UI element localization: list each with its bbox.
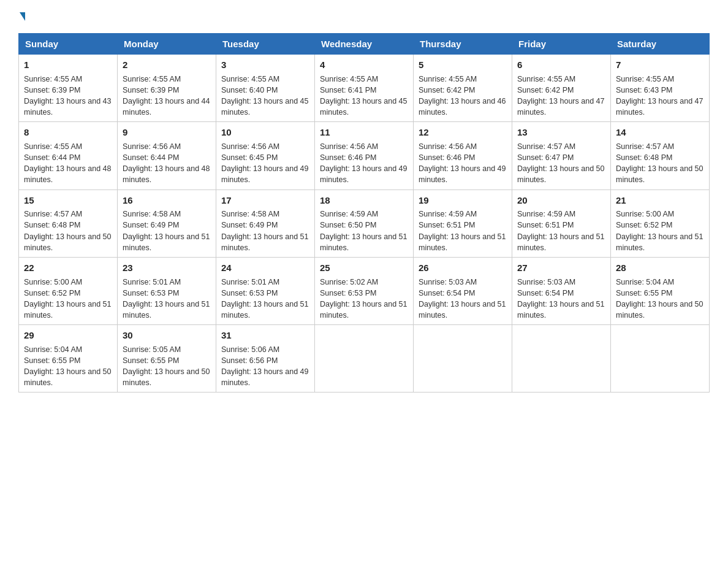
day-info: Sunrise: 4:55 AMSunset: 6:44 PMDaylight:… xyxy=(24,142,111,184)
day-number: 11 xyxy=(320,126,408,139)
day-info: Sunrise: 4:57 AMSunset: 6:47 PMDaylight:… xyxy=(517,142,604,184)
logo-triangle-icon xyxy=(20,12,25,21)
calendar-cell: 15 Sunrise: 4:57 AMSunset: 6:48 PMDaylig… xyxy=(19,190,118,257)
day-info: Sunrise: 4:57 AMSunset: 6:48 PMDaylight:… xyxy=(24,210,111,251)
calendar-cell: 19 Sunrise: 4:59 AMSunset: 6:51 PMDaylig… xyxy=(414,190,512,257)
day-number: 6 xyxy=(517,58,605,72)
day-number: 3 xyxy=(221,58,309,72)
day-number: 12 xyxy=(419,126,507,139)
calendar-cell: 24 Sunrise: 5:01 AMSunset: 6:53 PMDaylig… xyxy=(216,257,315,324)
calendar-cell xyxy=(414,325,512,393)
calendar-cell: 12 Sunrise: 4:56 AMSunset: 6:46 PMDaylig… xyxy=(414,122,512,190)
day-number: 8 xyxy=(24,126,112,139)
day-number: 29 xyxy=(24,329,112,342)
day-number: 5 xyxy=(419,58,507,72)
day-info: Sunrise: 5:06 AMSunset: 6:56 PMDaylight:… xyxy=(221,345,308,387)
calendar-cell: 1 Sunrise: 4:55 AMSunset: 6:39 PMDayligh… xyxy=(19,55,118,122)
day-info: Sunrise: 5:02 AMSunset: 6:53 PMDaylight:… xyxy=(320,278,407,320)
calendar-cell: 11 Sunrise: 4:56 AMSunset: 6:46 PMDaylig… xyxy=(315,122,414,190)
calendar-cell: 2 Sunrise: 4:55 AMSunset: 6:39 PMDayligh… xyxy=(118,55,216,122)
calendar-week-row: 22 Sunrise: 5:00 AMSunset: 6:52 PMDaylig… xyxy=(19,257,710,324)
calendar-week-row: 29 Sunrise: 5:04 AMSunset: 6:55 PMDaylig… xyxy=(19,325,710,393)
page-header xyxy=(18,12,710,21)
day-info: Sunrise: 5:00 AMSunset: 6:52 PMDaylight:… xyxy=(616,210,703,251)
logo xyxy=(18,12,25,21)
day-info: Sunrise: 5:04 AMSunset: 6:55 PMDaylight:… xyxy=(616,278,703,320)
day-number: 31 xyxy=(221,329,309,342)
calendar-cell: 30 Sunrise: 5:05 AMSunset: 6:55 PMDaylig… xyxy=(118,325,216,393)
header-wednesday: Wednesday xyxy=(315,34,414,55)
header-friday: Friday xyxy=(512,34,611,55)
calendar-cell: 7 Sunrise: 4:55 AMSunset: 6:43 PMDayligh… xyxy=(611,55,710,122)
calendar-header-row: SundayMondayTuesdayWednesdayThursdayFrid… xyxy=(19,34,710,55)
calendar-cell: 14 Sunrise: 4:57 AMSunset: 6:48 PMDaylig… xyxy=(611,122,710,190)
day-info: Sunrise: 4:59 AMSunset: 6:51 PMDaylight:… xyxy=(419,210,506,251)
header-thursday: Thursday xyxy=(414,34,512,55)
day-info: Sunrise: 5:01 AMSunset: 6:53 PMDaylight:… xyxy=(221,278,308,320)
calendar-week-row: 1 Sunrise: 4:55 AMSunset: 6:39 PMDayligh… xyxy=(19,55,710,122)
day-info: Sunrise: 4:58 AMSunset: 6:49 PMDaylight:… xyxy=(123,210,210,251)
calendar-cell: 20 Sunrise: 4:59 AMSunset: 6:51 PMDaylig… xyxy=(512,190,611,257)
day-info: Sunrise: 5:03 AMSunset: 6:54 PMDaylight:… xyxy=(419,278,506,320)
day-number: 25 xyxy=(320,261,408,275)
header-tuesday: Tuesday xyxy=(216,34,315,55)
calendar-cell xyxy=(315,325,414,393)
day-info: Sunrise: 4:56 AMSunset: 6:45 PMDaylight:… xyxy=(221,142,308,184)
day-info: Sunrise: 5:00 AMSunset: 6:52 PMDaylight:… xyxy=(24,278,111,320)
day-number: 1 xyxy=(24,58,112,72)
day-info: Sunrise: 4:55 AMSunset: 6:42 PMDaylight:… xyxy=(419,75,506,117)
day-info: Sunrise: 4:56 AMSunset: 6:44 PMDaylight:… xyxy=(123,142,210,184)
day-info: Sunrise: 4:55 AMSunset: 6:39 PMDaylight:… xyxy=(123,75,210,117)
day-number: 15 xyxy=(24,194,112,207)
calendar-week-row: 8 Sunrise: 4:55 AMSunset: 6:44 PMDayligh… xyxy=(19,122,710,190)
day-number: 24 xyxy=(221,261,309,275)
day-info: Sunrise: 4:55 AMSunset: 6:40 PMDaylight:… xyxy=(221,75,308,117)
day-number: 20 xyxy=(517,194,605,207)
day-info: Sunrise: 4:56 AMSunset: 6:46 PMDaylight:… xyxy=(320,142,407,184)
calendar-cell: 21 Sunrise: 5:00 AMSunset: 6:52 PMDaylig… xyxy=(611,190,710,257)
calendar-cell: 9 Sunrise: 4:56 AMSunset: 6:44 PMDayligh… xyxy=(118,122,216,190)
day-info: Sunrise: 5:05 AMSunset: 6:55 PMDaylight:… xyxy=(123,345,210,387)
calendar-cell xyxy=(611,325,710,393)
calendar-cell: 6 Sunrise: 4:55 AMSunset: 6:42 PMDayligh… xyxy=(512,55,611,122)
calendar-cell: 17 Sunrise: 4:58 AMSunset: 6:49 PMDaylig… xyxy=(216,190,315,257)
calendar-table: SundayMondayTuesdayWednesdayThursdayFrid… xyxy=(18,33,710,393)
calendar-cell: 13 Sunrise: 4:57 AMSunset: 6:47 PMDaylig… xyxy=(512,122,611,190)
day-number: 7 xyxy=(616,58,704,72)
header-monday: Monday xyxy=(118,34,216,55)
day-number: 26 xyxy=(419,261,507,275)
day-number: 28 xyxy=(616,261,704,275)
day-number: 13 xyxy=(517,126,605,139)
calendar-cell: 29 Sunrise: 5:04 AMSunset: 6:55 PMDaylig… xyxy=(19,325,118,393)
calendar-cell: 4 Sunrise: 4:55 AMSunset: 6:41 PMDayligh… xyxy=(315,55,414,122)
calendar-cell xyxy=(512,325,611,393)
day-info: Sunrise: 5:03 AMSunset: 6:54 PMDaylight:… xyxy=(517,278,604,320)
calendar-cell: 27 Sunrise: 5:03 AMSunset: 6:54 PMDaylig… xyxy=(512,257,611,324)
day-number: 2 xyxy=(123,58,211,72)
calendar-cell: 18 Sunrise: 4:59 AMSunset: 6:50 PMDaylig… xyxy=(315,190,414,257)
calendar-cell: 25 Sunrise: 5:02 AMSunset: 6:53 PMDaylig… xyxy=(315,257,414,324)
calendar-cell: 31 Sunrise: 5:06 AMSunset: 6:56 PMDaylig… xyxy=(216,325,315,393)
day-number: 19 xyxy=(419,194,507,207)
calendar-cell: 5 Sunrise: 4:55 AMSunset: 6:42 PMDayligh… xyxy=(414,55,512,122)
day-number: 23 xyxy=(123,261,211,275)
day-number: 9 xyxy=(123,126,211,139)
calendar-week-row: 15 Sunrise: 4:57 AMSunset: 6:48 PMDaylig… xyxy=(19,190,710,257)
day-info: Sunrise: 4:58 AMSunset: 6:49 PMDaylight:… xyxy=(221,210,308,251)
day-number: 14 xyxy=(616,126,704,139)
calendar-cell: 3 Sunrise: 4:55 AMSunset: 6:40 PMDayligh… xyxy=(216,55,315,122)
day-info: Sunrise: 4:55 AMSunset: 6:41 PMDaylight:… xyxy=(320,75,407,117)
calendar-cell: 10 Sunrise: 4:56 AMSunset: 6:45 PMDaylig… xyxy=(216,122,315,190)
day-number: 30 xyxy=(123,329,211,342)
day-info: Sunrise: 4:55 AMSunset: 6:43 PMDaylight:… xyxy=(616,75,703,117)
day-info: Sunrise: 4:56 AMSunset: 6:46 PMDaylight:… xyxy=(419,142,506,184)
calendar-cell: 22 Sunrise: 5:00 AMSunset: 6:52 PMDaylig… xyxy=(19,257,118,324)
day-number: 27 xyxy=(517,261,605,275)
header-sunday: Sunday xyxy=(19,34,118,55)
day-info: Sunrise: 4:59 AMSunset: 6:50 PMDaylight:… xyxy=(320,210,407,251)
calendar-cell: 16 Sunrise: 4:58 AMSunset: 6:49 PMDaylig… xyxy=(118,190,216,257)
day-number: 22 xyxy=(24,261,112,275)
day-number: 10 xyxy=(221,126,309,139)
calendar-cell: 8 Sunrise: 4:55 AMSunset: 6:44 PMDayligh… xyxy=(19,122,118,190)
day-info: Sunrise: 4:55 AMSunset: 6:42 PMDaylight:… xyxy=(517,75,604,117)
